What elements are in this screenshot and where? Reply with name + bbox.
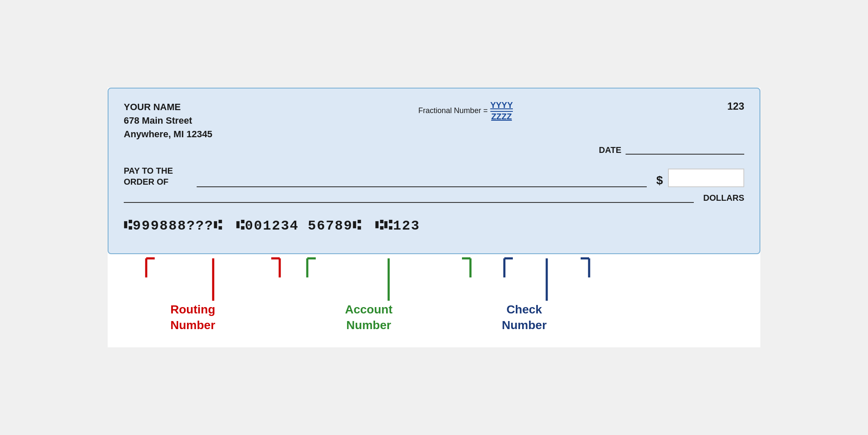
routing-label-line2: Number bbox=[170, 318, 215, 332]
routing-label-line1: Routing bbox=[170, 302, 215, 317]
check-date-row: DATE bbox=[124, 145, 744, 155]
account-label: Account Number bbox=[345, 301, 392, 332]
check-top-row: YOUR NAME 678 Main Street Anywhere, MI 1… bbox=[124, 100, 744, 141]
pay-label-line2: ORDER OF bbox=[124, 176, 192, 187]
fractional-denominator: ZZZZ bbox=[491, 112, 512, 122]
check-address2: Anywhere, MI 12345 bbox=[124, 127, 212, 141]
pay-row: PAY TO THE ORDER OF $ bbox=[124, 165, 744, 187]
micr-routing: ⑆999888???⑆ bbox=[124, 218, 223, 234]
pay-label-line1: PAY TO THE bbox=[124, 165, 192, 176]
check-label-line1: Check bbox=[502, 302, 547, 317]
check-diagram: YOUR NAME 678 Main Street Anywhere, MI 1… bbox=[108, 88, 760, 347]
pay-line bbox=[197, 178, 647, 187]
check-name: YOUR NAME bbox=[124, 100, 212, 114]
pay-label: PAY TO THE ORDER OF bbox=[124, 165, 192, 187]
date-label: DATE bbox=[599, 145, 621, 155]
bracket-labels-area: Routing Number Account Number Check Numb… bbox=[108, 254, 760, 347]
date-line bbox=[626, 145, 744, 155]
micr-account: ⑆001234 56789⑆ bbox=[236, 218, 362, 234]
account-label-line2: Number bbox=[345, 318, 392, 332]
check-label-line2: Number bbox=[502, 318, 547, 332]
amount-box bbox=[668, 169, 744, 187]
account-label-line1: Account bbox=[345, 302, 392, 317]
micr-row: ⑆999888???⑆ ⑆001234 56789⑆ ⑆⑆123 bbox=[124, 218, 744, 238]
check-number-top: 123 bbox=[719, 100, 744, 112]
micr-check-number: ⑆⑆123 bbox=[375, 218, 420, 234]
bracket-svg bbox=[123, 254, 745, 347]
fractional-label: Fractional Number = bbox=[418, 106, 488, 115]
check-name-address: YOUR NAME 678 Main Street Anywhere, MI 1… bbox=[124, 100, 212, 141]
check-number-label: Check Number bbox=[502, 301, 547, 332]
check-address1: 678 Main Street bbox=[124, 114, 212, 127]
fractional-row: Fractional Number = YYYY ZZZZ bbox=[418, 100, 513, 122]
routing-label: Routing Number bbox=[170, 301, 215, 332]
dollars-label: DOLLARS bbox=[703, 193, 744, 203]
dollars-row: DOLLARS bbox=[124, 193, 744, 203]
check-body: YOUR NAME 678 Main Street Anywhere, MI 1… bbox=[108, 88, 760, 254]
dollars-line bbox=[124, 194, 694, 203]
fractional-fraction: YYYY ZZZZ bbox=[490, 100, 513, 122]
fractional-container: Fractional Number = YYYY ZZZZ bbox=[418, 100, 513, 122]
fractional-numerator: YYYY bbox=[490, 100, 513, 112]
dollar-sign: $ bbox=[656, 174, 663, 187]
